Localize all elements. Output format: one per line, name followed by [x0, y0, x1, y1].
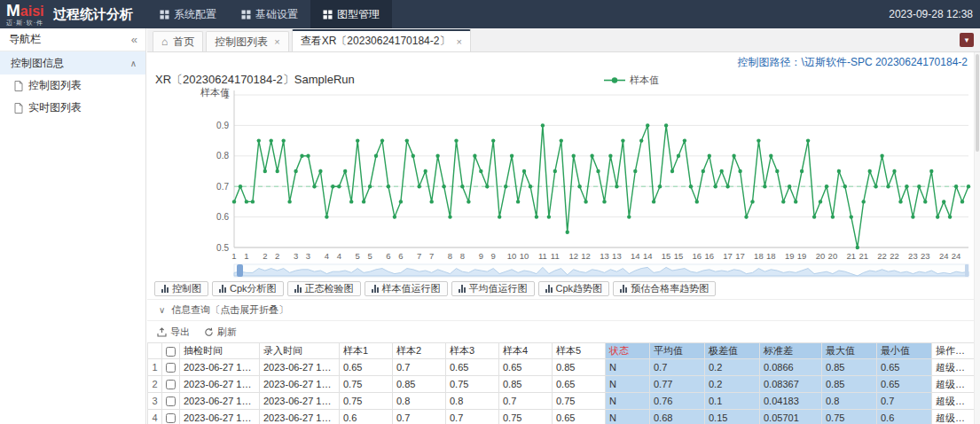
- top-menu-item[interactable]: 图型管理: [310, 0, 392, 28]
- svg-text:8: 8: [448, 251, 452, 261]
- cell-t1: 2023-06-27 17:05: [180, 410, 260, 424]
- svg-text:11: 11: [551, 251, 560, 261]
- sidebar-item[interactable]: 实时图列表: [0, 97, 145, 119]
- column-header[interactable]: 极差值: [705, 343, 760, 359]
- svg-text:16: 16: [705, 251, 715, 261]
- scrollbar-thumb[interactable]: [976, 54, 979, 152]
- bar-chart-icon: [294, 285, 302, 293]
- cell-op: 超级管理员: [932, 376, 975, 393]
- legend-line-marker: [604, 76, 625, 84]
- svg-text:14: 14: [643, 251, 653, 261]
- row-checkbox[interactable]: [166, 380, 176, 389]
- chart-type-button[interactable]: 控制图: [154, 281, 208, 296]
- info-section-header[interactable]: ∨ 信息查询〔点击展开折叠〕: [147, 300, 980, 321]
- chart-type-button[interactable]: 正态检验图: [287, 281, 361, 296]
- grid-icon: [241, 10, 251, 20]
- control-chart-path[interactable]: 控制图路径：\迈斯软件-SPC 20230624170184-2: [738, 55, 968, 70]
- chart-type-button[interactable]: Cpk分析图: [212, 281, 284, 296]
- select-all-checkbox[interactable]: [166, 347, 176, 357]
- chart-type-button-label: 平均值运行图: [469, 282, 528, 295]
- row-checkbox[interactable]: [166, 413, 176, 423]
- column-header[interactable]: 最小值: [877, 343, 932, 359]
- cell-std: 0.0866: [760, 359, 822, 376]
- column-header[interactable]: 操作人员: [932, 343, 975, 359]
- chart-type-button-label: 正态检验图: [305, 282, 354, 295]
- column-header[interactable]: 样本5: [553, 343, 606, 359]
- cell-avg: 0.77: [650, 376, 705, 393]
- data-zoom-slider[interactable]: [147, 263, 974, 279]
- chart-type-button[interactable]: Cpk趋势图: [538, 281, 610, 296]
- column-header[interactable]: 样本4: [499, 343, 553, 359]
- chart-area: 样本值 10.90.80.70.60.511223344556677889910…: [147, 88, 980, 279]
- chart-legend[interactable]: 样本值: [604, 74, 659, 87]
- column-header[interactable]: 样本1: [340, 343, 393, 359]
- cell-avg: 0.76: [650, 393, 705, 410]
- chart-type-button-label: 控制图: [172, 282, 201, 295]
- tab[interactable]: ⌂首页: [153, 31, 203, 51]
- svg-text:1: 1: [244, 251, 248, 261]
- tabs: ⌂首页控制图列表×查看XR〔20230624170184-2〕×: [150, 29, 471, 51]
- column-header[interactable]: 标准差: [760, 343, 822, 359]
- sample-run-chart[interactable]: 10.90.80.70.60.5112233445566778899101011…: [147, 88, 974, 263]
- app-logo: Maisi 迈·斯·软·件: [0, 2, 53, 26]
- cell-s5: 0.85: [553, 359, 606, 376]
- column-header[interactable]: 抽检时间: [180, 343, 260, 359]
- logo-text-accent: aisi: [20, 4, 44, 19]
- tab[interactable]: 控制图列表×: [206, 31, 288, 51]
- sidebar-group-control-chart-info[interactable]: 控制图信息 ∧: [0, 51, 145, 75]
- chart-type-button-label: 预估合格率趋势图: [631, 282, 709, 295]
- cell-s1: 0.75: [340, 393, 393, 410]
- svg-text:9: 9: [479, 251, 483, 261]
- tab-bar: ⌂首页控制图列表×查看XR〔20230624170184-2〕× ▾: [147, 28, 980, 52]
- cell-s3: 0.8: [446, 393, 499, 410]
- row-checkbox[interactable]: [166, 363, 176, 373]
- export-label: 导出: [170, 326, 190, 339]
- sidebar-item-label: 控制图列表: [28, 78, 82, 93]
- cell-s5: 0.65: [553, 376, 606, 393]
- svg-text:4: 4: [337, 251, 341, 261]
- svg-text:20: 20: [828, 251, 838, 261]
- column-header[interactable]: 最大值: [822, 343, 877, 359]
- svg-text:0.7: 0.7: [216, 182, 229, 192]
- chart-type-button[interactable]: 预估合格率趋势图: [613, 281, 716, 296]
- cell-max: 0.85: [822, 359, 877, 376]
- cell-op: 超级管理员: [932, 359, 975, 376]
- tab[interactable]: 查看XR〔20230624170184-2〕×: [292, 29, 471, 51]
- svg-text:6: 6: [398, 251, 403, 261]
- row-checkbox[interactable]: [166, 397, 176, 406]
- logo-text: Maisi: [6, 2, 53, 20]
- top-menu-item[interactable]: 基础设置: [229, 0, 310, 28]
- top-menu-item-label: 基础设置: [255, 7, 298, 22]
- sidebar-item[interactable]: 控制图列表: [0, 75, 145, 97]
- cell-max: 0.75: [822, 410, 877, 424]
- vertical-scrollbar[interactable]: [974, 52, 980, 424]
- close-icon[interactable]: ×: [456, 36, 461, 47]
- top-menu-item[interactable]: 系统配置: [147, 0, 229, 28]
- sidebar-group-label: 控制图信息: [11, 56, 64, 71]
- chart-type-button[interactable]: 样本值运行图: [365, 281, 448, 296]
- column-header[interactable]: 状态: [606, 343, 650, 359]
- refresh-button[interactable]: 刷新: [204, 326, 237, 339]
- column-header[interactable]: 平均值: [650, 343, 705, 359]
- top-menu-item-label: 系统配置: [174, 7, 216, 22]
- cell-status: N: [606, 393, 650, 410]
- tab-label: 首页: [173, 35, 194, 50]
- close-icon[interactable]: ×: [274, 36, 279, 47]
- cell-t2: 2023-06-27 16:07: [260, 359, 340, 376]
- grid-icon: [323, 10, 333, 20]
- column-header[interactable]: 录入时间: [260, 343, 340, 359]
- tab-menu-button[interactable]: ▾: [960, 33, 974, 47]
- svg-text:19: 19: [797, 251, 807, 261]
- sidebar-items: 控制图列表实时图列表: [0, 75, 145, 119]
- sample-data-table: 抽检时间录入时间样本1样本2样本3样本4样本5状态平均值极差值标准差最大值最小值…: [147, 342, 975, 424]
- chart-type-button[interactable]: 平均值运行图: [451, 281, 535, 296]
- svg-text:13: 13: [612, 251, 622, 261]
- table-row: 32023-06-27 17:052023-06-27 17:050.750.8…: [148, 393, 975, 410]
- column-header[interactable]: 样本3: [446, 343, 499, 359]
- cell-op: 超级管理员: [932, 393, 975, 410]
- svg-text:5: 5: [367, 251, 372, 261]
- sidebar-collapse-icon[interactable]: «: [131, 33, 137, 46]
- export-button[interactable]: 导出: [157, 326, 190, 339]
- breadcrumb[interactable]: 控制图路径：\迈斯软件-SPC 20230624170184-2: [147, 52, 980, 72]
- column-header[interactable]: 样本2: [393, 343, 446, 359]
